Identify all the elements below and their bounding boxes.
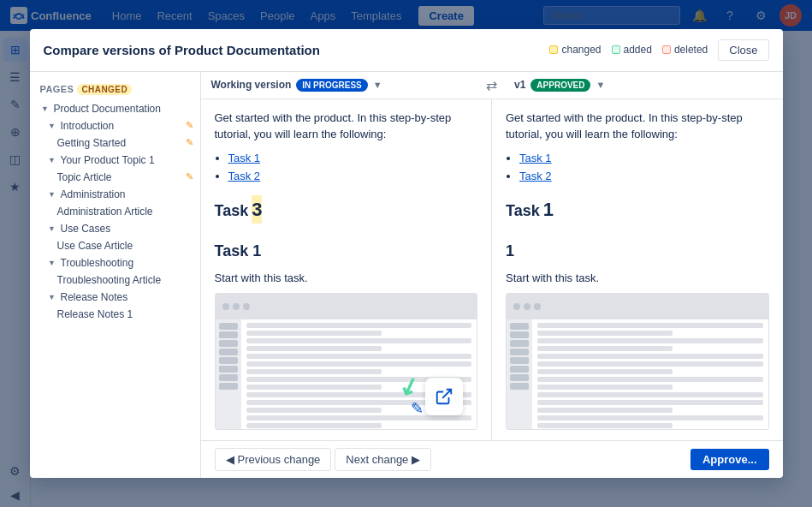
left-task-number: 3 bbox=[252, 195, 262, 224]
legend: changed added deleted bbox=[549, 44, 708, 56]
right-task1-item-text: Start with this task. bbox=[506, 270, 769, 287]
pages-panel-header: PAGES CHANGED bbox=[30, 79, 200, 100]
collapse-icon-troubleshooting: ▼ bbox=[47, 258, 57, 268]
tree-item-release-notes-1[interactable]: Release Notes 1 bbox=[30, 306, 200, 323]
tree-item-admin-article[interactable]: Administration Article bbox=[30, 203, 200, 220]
tree-item-troubleshooting-article[interactable]: Troubleshooting Article bbox=[30, 271, 200, 289]
right-version-dropdown[interactable]: ▼ bbox=[596, 80, 605, 90]
modal-footer: ◀ Previous change Next change ▶ Approve.… bbox=[201, 440, 783, 478]
prev-change-button[interactable]: ◀ Previous change bbox=[215, 448, 332, 471]
right-image-placeholder bbox=[506, 293, 769, 430]
left-version-dropdown[interactable]: ▼ bbox=[373, 80, 382, 90]
tree-item-label: Administration Article bbox=[57, 206, 153, 218]
right-version-badge: APPROVED bbox=[530, 79, 590, 92]
next-change-label: Next change bbox=[346, 453, 408, 466]
legend-added-dot bbox=[612, 45, 620, 54]
right-task2-link[interactable]: Task 2 bbox=[519, 170, 552, 182]
tree-item-label: Troubleshooting Article bbox=[57, 274, 162, 286]
left-task1-item-heading: Task 1 bbox=[215, 240, 478, 263]
collapse-icon-use-cases: ▼ bbox=[47, 224, 57, 234]
left-task2-link[interactable]: Task 2 bbox=[228, 170, 261, 182]
tree-item-label: Use Cases bbox=[61, 223, 111, 235]
modal-overlay[interactable]: Compare versions of Product Documentatio… bbox=[0, 0, 812, 507]
right-task1-item-heading: 1 bbox=[506, 240, 769, 263]
tree-item-troubleshooting[interactable]: ▼ Troubleshooting bbox=[30, 254, 200, 271]
left-task1-item-text: Start with this task. bbox=[215, 270, 478, 287]
changed-icon-getting-started: ✎ bbox=[186, 137, 193, 148]
legend-deleted-dot bbox=[662, 45, 671, 54]
tree-item-label: Product Documentation bbox=[54, 103, 161, 115]
left-task-heading: Task bbox=[215, 200, 249, 223]
tree-item-use-case-article[interactable]: Use Case Article bbox=[30, 237, 200, 254]
tree-item-administration[interactable]: ▼ Administration bbox=[30, 186, 200, 203]
collapse-icon-product-doc: ▼ bbox=[40, 104, 50, 114]
close-button[interactable]: Close bbox=[718, 39, 768, 61]
tree-item-label: Your Product Topic 1 bbox=[61, 154, 155, 166]
changed-icon-intro: ✎ bbox=[186, 120, 193, 131]
prev-change-label: Previous change bbox=[238, 453, 321, 466]
tree-item-label: Administration bbox=[61, 188, 126, 200]
legend-added-label: added bbox=[624, 44, 652, 56]
left-version-badge: IN PROGRESS bbox=[296, 79, 367, 92]
legend-deleted-label: deleted bbox=[674, 44, 708, 56]
navigation-buttons: ◀ Previous change Next change ▶ bbox=[215, 448, 432, 471]
diff-left: Get started with the product. In this st… bbox=[201, 99, 493, 441]
left-intro-text: Get started with the product. In this st… bbox=[215, 110, 478, 143]
right-version-header: v1 APPROVED ▼ bbox=[504, 72, 783, 98]
tree-item-topic-article[interactable]: Topic Article ✎ bbox=[30, 169, 200, 186]
collapse-icon-intro: ▼ bbox=[47, 121, 57, 131]
tree-item-label: Release Notes bbox=[61, 291, 128, 303]
modal-title: Compare versions of Product Documentatio… bbox=[44, 43, 550, 57]
tree-item-getting-started[interactable]: Getting Started ✎ bbox=[30, 134, 200, 152]
collapse-icon-release-notes: ▼ bbox=[47, 292, 57, 302]
tree-item-label: Troubleshooting bbox=[61, 257, 134, 269]
tree-item-topic1[interactable]: ▼ Your Product Topic 1 bbox=[30, 152, 200, 169]
tree-item-product-doc[interactable]: ▼ Product Documentation bbox=[30, 100, 200, 117]
swap-versions-button[interactable]: ⇄ bbox=[479, 72, 504, 98]
diff-header: Working version IN PROGRESS ▼ ⇄ v1 APPRO… bbox=[201, 72, 783, 99]
changed-badge: CHANGED bbox=[77, 84, 132, 95]
tree-item-label: Topic Article bbox=[57, 171, 112, 183]
compare-versions-modal: Compare versions of Product Documentatio… bbox=[30, 29, 783, 479]
diff-panel: Working version IN PROGRESS ▼ ⇄ v1 APPRO… bbox=[201, 72, 783, 479]
tree-item-release-notes[interactable]: ▼ Release Notes bbox=[30, 289, 200, 306]
legend-changed: changed bbox=[549, 44, 601, 56]
left-version-header: Working version IN PROGRESS ▼ bbox=[201, 72, 480, 98]
diff-right: Get started with the product. In this st… bbox=[492, 99, 783, 441]
left-task1-link[interactable]: Task 1 bbox=[228, 152, 261, 164]
legend-changed-dot bbox=[549, 45, 558, 54]
legend-changed-label: changed bbox=[561, 44, 601, 56]
approve-button[interactable]: Approve... bbox=[690, 449, 769, 470]
left-image-placeholder: ✎ ↙ bbox=[215, 293, 478, 430]
legend-added: added bbox=[612, 44, 652, 56]
tree-item-label: Use Case Article bbox=[57, 240, 133, 252]
modal-body: PAGES CHANGED ▼ Product Documentation ▼ … bbox=[30, 72, 783, 479]
next-change-button[interactable]: Next change ▶ bbox=[335, 448, 431, 471]
right-task1-link[interactable]: Task 1 bbox=[519, 152, 552, 164]
tree-item-label: Release Notes 1 bbox=[57, 308, 133, 320]
right-version-label: v1 bbox=[514, 79, 525, 91]
legend-deleted: deleted bbox=[662, 44, 708, 56]
prev-icon: ◀ bbox=[226, 453, 234, 466]
collapse-icon-admin: ▼ bbox=[47, 189, 57, 200]
pages-label: PAGES bbox=[40, 84, 74, 94]
collapse-icon-topic1: ▼ bbox=[47, 155, 57, 165]
tree-item-label: Introduction bbox=[61, 120, 115, 132]
left-expand-icon[interactable] bbox=[425, 378, 463, 415]
right-task-number: 1 bbox=[543, 195, 554, 224]
changed-icon-topic-article: ✎ bbox=[186, 171, 193, 182]
left-version-label: Working version bbox=[211, 79, 292, 91]
right-task-heading: Task bbox=[506, 200, 540, 223]
tree-item-introduction[interactable]: ▼ Introduction ✎ bbox=[30, 117, 200, 134]
tree-item-use-cases[interactable]: ▼ Use Cases bbox=[30, 220, 200, 237]
modal-header: Compare versions of Product Documentatio… bbox=[30, 29, 783, 72]
next-icon: ▶ bbox=[412, 453, 420, 466]
pages-panel: PAGES CHANGED ▼ Product Documentation ▼ … bbox=[30, 72, 201, 479]
tree-item-label: Getting Started bbox=[57, 137, 127, 149]
right-intro-text: Get started with the product. In this st… bbox=[506, 110, 769, 143]
diff-content: Get started with the product. In this st… bbox=[201, 99, 783, 441]
